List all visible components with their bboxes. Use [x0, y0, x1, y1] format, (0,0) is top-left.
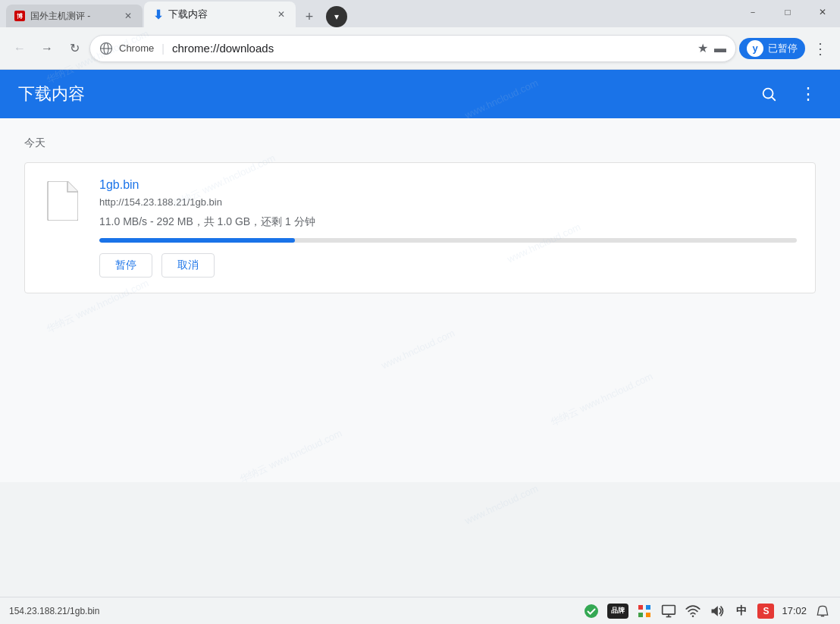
svg-point-13 [692, 615, 694, 617]
chrome-globe-icon [99, 42, 113, 55]
url-text[interactable]: chrome://downloads [172, 42, 688, 55]
active-tab-title: 下载内容 [168, 8, 270, 21]
downloads-page-title: 下载内容 [18, 83, 85, 105]
sougou-icon[interactable]: S [757, 604, 774, 619]
status-bar: 154.23.188.21/1gb.bin 品牌 [0, 597, 840, 624]
url-separator: | [161, 42, 165, 55]
progress-bar-fill [99, 238, 295, 243]
svg-point-5 [585, 604, 598, 618]
dropdown-icon: ▾ [334, 11, 339, 22]
browser-menu-button[interactable]: ⋮ [808, 36, 832, 61]
new-tab-button[interactable]: + [299, 6, 320, 27]
system-time: 17:02 [782, 605, 807, 616]
active-tab-close[interactable]: ✕ [274, 8, 288, 21]
more-actions-button[interactable]: ⋮ [795, 80, 822, 108]
active-tab-favicon: ⬇ [152, 8, 164, 20]
plus-icon: + [306, 9, 314, 25]
progress-bar-track [99, 238, 797, 243]
svg-rect-8 [638, 613, 643, 617]
download-filename[interactable]: 1gb.bin [99, 178, 797, 192]
wifi-icon[interactable] [685, 603, 701, 619]
url-bar[interactable]: Chrome | chrome://downloads ★ ▬ [89, 35, 736, 62]
inactive-tab-title: 国外主机测评 - [30, 10, 117, 23]
sound-icon[interactable] [709, 603, 726, 619]
profile-button[interactable]: y 已暂停 [739, 38, 805, 59]
title-bar: 博 国外主机测评 - ✕ ⬇ 下载内容 ✕ + ▾ － □ ✕ [0, 0, 840, 27]
language-icon[interactable]: 中 [733, 603, 750, 619]
profile-avatar: y [747, 40, 763, 57]
tab-dropdown-button[interactable]: ▾ [326, 6, 347, 27]
tab-inactive[interactable]: 博 国外主机测评 - ✕ [6, 5, 143, 27]
refresh-button[interactable]: ↻ [62, 36, 86, 61]
bookmark-icon[interactable]: ★ [697, 41, 708, 55]
svg-rect-7 [646, 605, 650, 610]
tab-active[interactable]: ⬇ 下载内容 ✕ [144, 2, 296, 27]
svg-rect-6 [638, 605, 643, 610]
main-content: 今天 1gb.bin http://154.23.188.21/1gb.bin … [0, 118, 840, 482]
downloads-header-actions: ⋮ [755, 80, 822, 108]
profile-status-label: 已暂停 [768, 42, 798, 55]
cancel-button[interactable]: 取消 [161, 253, 215, 278]
maximize-button[interactable]: □ [770, 0, 805, 24]
svg-rect-10 [663, 605, 675, 614]
forward-button[interactable]: → [35, 36, 59, 61]
download-url: http://154.23.188.21/1gb.bin [99, 196, 797, 208]
monitor-icon[interactable] [660, 603, 677, 619]
address-bar: ← → ↻ Chrome | chrome://downloads ★ ▬ y … [0, 27, 840, 70]
close-button[interactable]: ✕ [805, 0, 840, 24]
search-button[interactable] [755, 80, 782, 108]
section-today-label: 今天 [24, 136, 816, 150]
extensions-icon[interactable]: ▬ [714, 42, 726, 55]
minimize-button[interactable]: － [735, 0, 770, 24]
inactive-tab-close[interactable]: ✕ [121, 9, 135, 23]
chrome-label: Chrome [119, 42, 154, 54]
status-url: 154.23.188.21/1gb.bin [9, 606, 99, 616]
svg-line-4 [772, 97, 775, 100]
svg-rect-9 [646, 613, 650, 617]
download-status: 11.0 MB/s - 292 MB，共 1.0 GB，还剩 1 分钟 [99, 215, 797, 229]
back-button[interactable]: ← [8, 36, 32, 61]
check-icon[interactable] [583, 603, 600, 619]
inactive-tab-favicon: 博 [14, 10, 26, 22]
color-grid-icon[interactable] [636, 603, 653, 619]
brand-icon[interactable]: 品牌 [607, 604, 628, 619]
downloads-header: 下载内容 ⋮ [0, 70, 840, 118]
pause-button[interactable]: 暂停 [99, 253, 152, 278]
download-item: 1gb.bin http://154.23.188.21/1gb.bin 11.… [24, 162, 816, 293]
download-info: 1gb.bin http://154.23.188.21/1gb.bin 11.… [99, 178, 797, 278]
address-bar-actions: y 已暂停 ⋮ [739, 36, 832, 61]
download-actions: 暂停 取消 [99, 253, 797, 278]
taskbar-right: 品牌 [583, 603, 831, 619]
file-icon [43, 178, 81, 224]
notification-icon[interactable] [814, 603, 831, 619]
window-controls: － □ ✕ [735, 0, 840, 27]
